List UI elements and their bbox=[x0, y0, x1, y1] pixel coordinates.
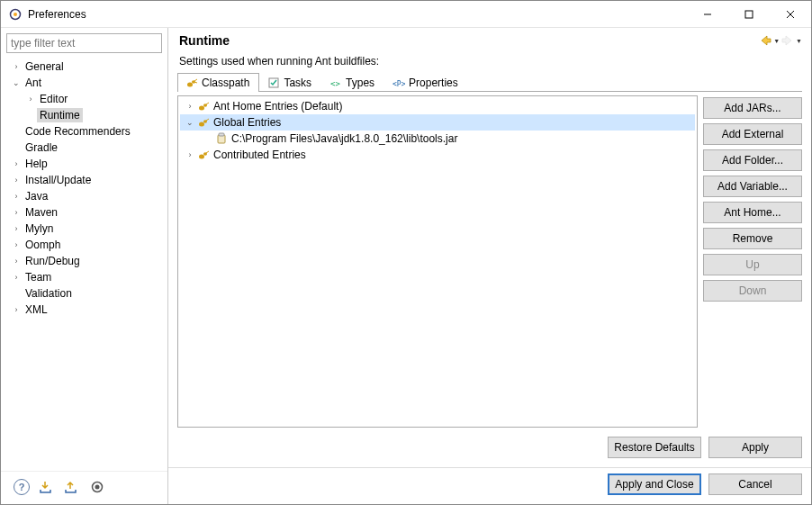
preferences-window: Preferences ›General⌄Ant›EditorRuntimeCo… bbox=[0, 0, 812, 505]
sidebar-item-gradle[interactable]: Gradle bbox=[5, 140, 167, 156]
svg-line-25 bbox=[206, 151, 209, 153]
tree-item-label: Gradle bbox=[23, 140, 60, 155]
nav-forward-menu[interactable]: ▼ bbox=[796, 38, 802, 44]
svg-point-18 bbox=[199, 122, 204, 127]
close-button[interactable] bbox=[770, 1, 811, 28]
sidebar-item-team[interactable]: ›Team bbox=[5, 269, 167, 285]
filter-input[interactable] bbox=[6, 33, 162, 53]
classpath-item[interactable]: ›Contributed Entries bbox=[180, 147, 695, 163]
chevron-right-icon[interactable]: › bbox=[10, 255, 23, 267]
sidebar-item-ant[interactable]: ⌄Ant bbox=[5, 75, 167, 91]
remove-button[interactable]: Remove bbox=[703, 228, 802, 249]
svg-point-1 bbox=[14, 13, 17, 16]
chevron-right-icon[interactable]: › bbox=[10, 271, 23, 284]
sidebar-item-validation[interactable]: Validation bbox=[5, 285, 167, 302]
tree-item-label: Java bbox=[23, 189, 50, 203]
chevron-right-icon[interactable]: › bbox=[10, 190, 23, 203]
classpath-item[interactable]: ⌄Global Entries bbox=[180, 114, 695, 131]
cancel-button[interactable]: Cancel bbox=[708, 473, 802, 495]
chevron-right-icon[interactable]: › bbox=[10, 206, 23, 219]
sidebar-item-run-debug[interactable]: ›Run/Debug bbox=[5, 253, 167, 269]
import-icon[interactable] bbox=[39, 479, 55, 495]
page-title: Runtime bbox=[179, 33, 759, 48]
sidebar-item-general[interactable]: ›General bbox=[5, 59, 167, 75]
tree-spacer bbox=[10, 287, 23, 300]
chevron-right-icon[interactable]: › bbox=[10, 174, 23, 186]
sidebar-item-install-update[interactable]: ›Install/Update bbox=[5, 172, 167, 188]
chevron-right-icon[interactable]: › bbox=[10, 60, 23, 73]
tab-types[interactable]: <>Types bbox=[321, 73, 384, 92]
classpath-item[interactable]: ›Ant Home Entries (Default) bbox=[180, 98, 695, 114]
chevron-right-icon[interactable]: › bbox=[184, 150, 196, 159]
svg-line-10 bbox=[194, 79, 197, 81]
help-icon[interactable]: ? bbox=[14, 479, 30, 495]
restore-defaults-button[interactable]: Restore Defaults bbox=[608, 437, 701, 458]
tree-item-label: Help bbox=[23, 157, 50, 171]
chevron-right-icon[interactable]: › bbox=[184, 102, 196, 111]
chevron-right-icon[interactable]: › bbox=[10, 158, 23, 170]
sidebar-item-help[interactable]: ›Help bbox=[5, 156, 167, 172]
sidebar-item-code-recommenders[interactable]: Code Recommenders bbox=[5, 123, 167, 140]
classpath-group-icon bbox=[196, 99, 211, 113]
chevron-right-icon[interactable]: › bbox=[10, 239, 23, 251]
sidebar-toolbar: ? bbox=[1, 471, 167, 504]
svg-text:<P>: <P> bbox=[392, 80, 405, 88]
nav-forward-icon[interactable] bbox=[781, 34, 794, 47]
svg-point-7 bbox=[95, 485, 100, 490]
classpath-item-label: Global Entries bbox=[213, 116, 281, 129]
chevron-right-icon[interactable]: › bbox=[10, 303, 23, 316]
up-button[interactable]: Up bbox=[703, 254, 802, 275]
sidebar-item-oomph[interactable]: ›Oomph bbox=[5, 237, 167, 253]
add-variable-button[interactable]: Add Variable... bbox=[703, 176, 802, 197]
apply-and-close-button[interactable]: Apply and Close bbox=[608, 473, 701, 495]
sidebar-item-runtime[interactable]: Runtime bbox=[5, 107, 167, 123]
export-icon[interactable] bbox=[64, 479, 80, 495]
add-jars-button[interactable]: Add JARs... bbox=[703, 97, 802, 119]
apply-button[interactable]: Apply bbox=[708, 437, 802, 458]
minimize-button[interactable] bbox=[687, 1, 728, 28]
chevron-down-icon[interactable]: ⌄ bbox=[10, 77, 23, 89]
svg-text:<>: <> bbox=[330, 79, 340, 88]
add-folder-button[interactable]: Add Folder... bbox=[703, 149, 802, 171]
tab-tasks[interactable]: Tasks bbox=[259, 73, 321, 92]
tree-item-label: Ant bbox=[23, 76, 44, 90]
tree-spacer bbox=[10, 141, 23, 154]
nav-back-menu[interactable]: ▼ bbox=[773, 38, 780, 44]
sidebar-item-xml[interactable]: ›XML bbox=[5, 302, 167, 318]
tree-item-label: Install/Update bbox=[23, 173, 94, 187]
classpath-item-label: Contributed Entries bbox=[213, 149, 306, 161]
classpath-tree[interactable]: ›Ant Home Entries (Default)⌄Global Entri… bbox=[177, 95, 698, 428]
jar-icon bbox=[214, 131, 229, 146]
tab-classpath[interactable]: Classpath bbox=[177, 73, 259, 92]
maximize-button[interactable] bbox=[728, 1, 770, 28]
add-external-jars-button[interactable]: Add External JARs... bbox=[703, 123, 802, 145]
svg-line-17 bbox=[206, 103, 209, 104]
classpath-item[interactable]: C:\Program Files\Java\jdk1.8.0_162\lib\t… bbox=[180, 131, 695, 147]
svg-rect-3 bbox=[745, 11, 753, 18]
down-button[interactable]: Down bbox=[703, 280, 802, 302]
tree-item-label: General bbox=[23, 59, 67, 74]
chevron-right-icon[interactable]: › bbox=[10, 222, 23, 235]
tree-item-label: Maven bbox=[23, 205, 60, 220]
nav-back-icon[interactable] bbox=[759, 34, 771, 47]
tab-label: Classpath bbox=[202, 77, 249, 89]
sidebar-item-mylyn[interactable]: ›Mylyn bbox=[5, 221, 167, 237]
tab-label: Types bbox=[346, 77, 374, 89]
titlebar: Preferences bbox=[1, 1, 811, 28]
svg-point-15 bbox=[199, 106, 204, 111]
tab-properties[interactable]: <P>Properties bbox=[384, 73, 468, 92]
ant-home-button[interactable]: Ant Home... bbox=[703, 202, 802, 223]
tree-item-label: Mylyn bbox=[23, 221, 56, 236]
sidebar-item-maven[interactable]: ›Maven bbox=[5, 204, 167, 221]
category-tree[interactable]: ›General⌄Ant›EditorRuntimeCode Recommend… bbox=[1, 59, 167, 471]
record-icon[interactable] bbox=[89, 479, 105, 495]
tab-label: Properties bbox=[409, 77, 458, 89]
sidebar-item-java[interactable]: ›Java bbox=[5, 188, 167, 204]
main-panel: Runtime ▼ ▼ Settings used when running A… bbox=[168, 28, 811, 504]
sidebar-item-editor[interactable]: ›Editor bbox=[5, 91, 167, 107]
chevron-right-icon[interactable]: › bbox=[24, 93, 37, 105]
tree-item-label: Oomph bbox=[23, 238, 63, 252]
chevron-down-icon[interactable]: ⌄ bbox=[184, 118, 196, 127]
classpath-item-label: C:\Program Files\Java\jdk1.8.0_162\lib\t… bbox=[231, 132, 457, 145]
sidebar: ›General⌄Ant›EditorRuntimeCode Recommend… bbox=[1, 28, 168, 504]
